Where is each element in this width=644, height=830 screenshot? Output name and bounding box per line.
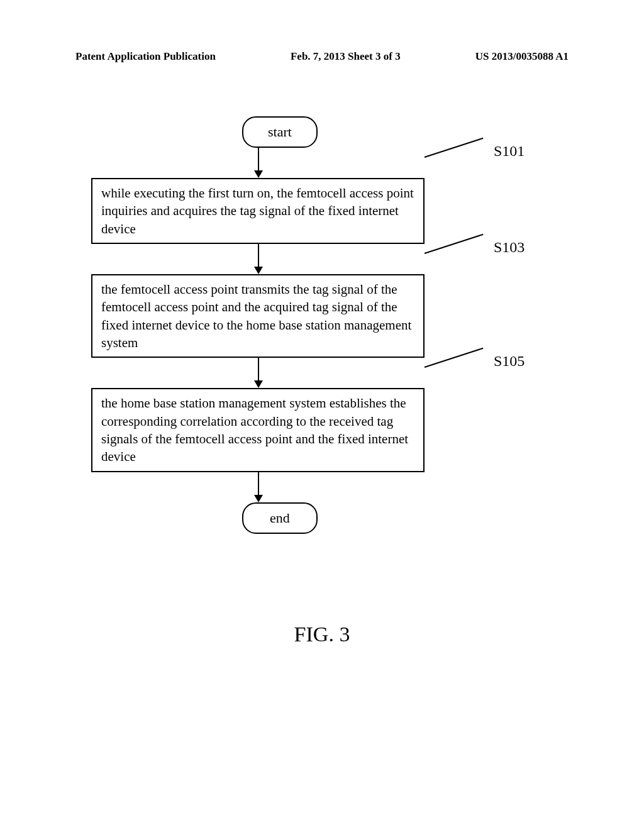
arrow: S103 [91,244,425,274]
header-date-sheet: Feb. 7, 2013 Sheet 3 of 3 [291,50,401,63]
start-label: start [268,124,292,140]
arrow [91,472,425,502]
process-text-3: the home base station management system … [101,396,408,464]
arrow: S105 [91,358,425,388]
flowchart: start S101 while executing the first tur… [91,116,469,534]
process-text-1: while executing the first turn on, the f… [101,185,414,236]
step-label-s101: S101 [494,143,525,160]
flowchart-end: end [242,502,318,534]
arrow: S101 [91,148,425,178]
end-label: end [270,510,290,526]
header-patent-number: US 2013/0035088 A1 [475,50,569,63]
process-step-2: the femtocell access point transmits the… [91,274,425,358]
page-header: Patent Application Publication Feb. 7, 2… [0,50,644,63]
flowchart-start: start [242,116,318,148]
header-publication: Patent Application Publication [75,50,216,63]
process-text-2: the femtocell access point transmits the… [101,282,411,350]
figure-caption: FIG. 3 [0,622,644,646]
step-label-s105: S105 [494,353,525,370]
process-step-3: the home base station management system … [91,388,425,472]
step-label-s103: S103 [494,239,525,256]
process-step-1: while executing the first turn on, the f… [91,178,425,244]
